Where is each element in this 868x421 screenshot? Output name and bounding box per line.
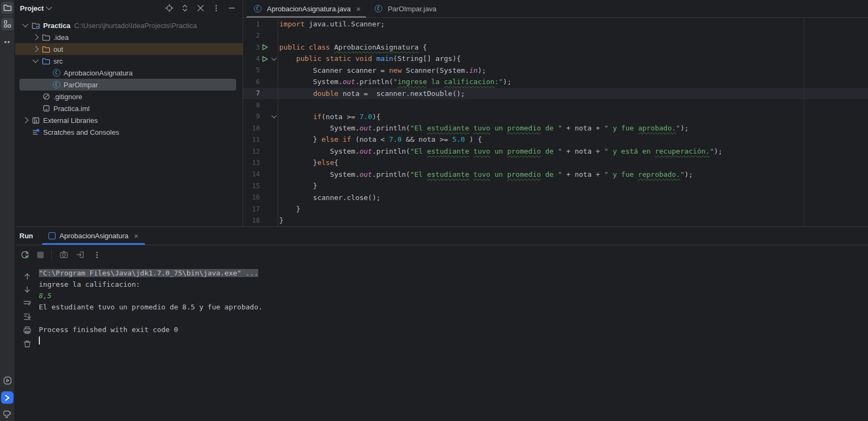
- open-in-editor-icon[interactable]: [76, 250, 85, 259]
- editor[interactable]: CAprobacionAsignatura.java×CParOImpar.ja…: [243, 0, 868, 226]
- code-line-1[interactable]: 1import java.util.Scanner;: [243, 18, 868, 30]
- tree-row-practica-iml[interactable]: Practica.iml: [15, 102, 243, 114]
- console-line: "C:\Program Files\Java\jdk1.7.0_75\bin\j…: [39, 267, 868, 279]
- run-icon-active[interactable]: [1, 391, 13, 404]
- gutter-divider: [278, 18, 278, 226]
- stop-icon[interactable]: [37, 252, 44, 258]
- tab-label: AprobacionAsignatura.java: [267, 5, 350, 13]
- tree-row-aprobacionasignatura[interactable]: CAprobacionAsignatura: [15, 67, 243, 79]
- kebab-icon[interactable]: [93, 251, 101, 259]
- project-folder-icon[interactable]: [1, 2, 13, 14]
- code-line-10[interactable]: 10 System.out.println("El estudiante tuv…: [243, 122, 868, 134]
- arrow-up-icon[interactable]: [23, 272, 32, 281]
- java-class-icon: C: [375, 5, 382, 12]
- top-row: Project Pr: [15, 0, 868, 227]
- tree-row-external-libraries[interactable]: External Libraries: [15, 114, 243, 126]
- code-text: public class AprobacionAsignatura {: [278, 42, 427, 53]
- editor-tab-paroimpar-java[interactable]: CParOImpar.java: [367, 0, 442, 17]
- code-line-4[interactable]: 4 public static void main(String[] args)…: [243, 53, 868, 64]
- code-line-14[interactable]: 14 System.out.println("El estudiante tuv…: [243, 169, 868, 180]
- chevron-right-icon[interactable]: [20, 118, 30, 122]
- expand-collapse-icon[interactable]: [181, 4, 189, 12]
- locate-icon[interactable]: [165, 4, 174, 12]
- folder-icon: [40, 34, 52, 41]
- line-number: 6: [243, 78, 260, 86]
- hide-icon[interactable]: [228, 4, 236, 12]
- rerun-icon[interactable]: [20, 250, 30, 259]
- code-line-17[interactable]: 17 }: [243, 203, 868, 215]
- chevron-right-icon[interactable]: [30, 35, 40, 39]
- code-line-12[interactable]: 12 System.out.println("El estudiante tuv…: [243, 146, 868, 157]
- console-caret-line: [39, 335, 868, 347]
- camera-icon[interactable]: [59, 250, 68, 259]
- services-icon[interactable]: [3, 376, 12, 385]
- soft-wrap-icon[interactable]: [23, 299, 32, 308]
- tree-row-out[interactable]: out: [15, 43, 243, 55]
- code-line-11[interactable]: 11 } else if (nota < 7.0 && nota >= 5.0 …: [243, 134, 868, 145]
- build-hammer-icon[interactable]: [3, 410, 12, 419]
- code-line-9[interactable]: 9 if(nota >= 7.0){: [243, 111, 868, 122]
- tree-row-practica[interactable]: PracticaC:\Users\jhurtado\IdeaProjects\P…: [15, 19, 243, 31]
- ignored-file-icon: [40, 93, 52, 100]
- editor-tab-aprobacionasignatura-java[interactable]: CAprobacionAsignatura.java×: [246, 0, 367, 17]
- project-panel-title[interactable]: Project: [20, 4, 44, 12]
- code-line-6[interactable]: 6 System.out.println("ingrese la calific…: [243, 76, 868, 87]
- code-line-3[interactable]: 3public class AprobacionAsignatura {: [243, 42, 868, 53]
- code-line-5[interactable]: 5 Scanner scanner = new Scanner(System.i…: [243, 65, 868, 76]
- close-tab-icon[interactable]: ×: [356, 4, 361, 13]
- run-line-icon[interactable]: [260, 44, 270, 51]
- code-line-13[interactable]: 13 }else{: [243, 157, 868, 168]
- scratches-icon: [30, 128, 42, 136]
- fold-chevron-icon[interactable]: [270, 116, 278, 118]
- java-class-icon: C: [53, 81, 60, 88]
- tree-row-scratches-and-consoles[interactable]: Scratches and Consoles: [15, 126, 243, 138]
- line-number: 15: [243, 182, 260, 190]
- run-tab[interactable]: AprobacionAsignatura ×: [42, 227, 145, 245]
- code-text: System.out.println("El estudiante tuvo u…: [278, 122, 688, 134]
- tree-row-paroimpar[interactable]: CParOImpar: [15, 79, 243, 91]
- line-number: 9: [243, 113, 260, 120]
- code-line-2[interactable]: 2: [243, 30, 868, 41]
- console-body: "C:\Program Files\Java\jdk1.7.0_75\bin\j…: [15, 265, 868, 421]
- text-caret: [39, 336, 40, 344]
- console-output[interactable]: "C:\Program Files\Java\jdk1.7.0_75\bin\j…: [39, 265, 868, 421]
- line-number: 1: [243, 20, 260, 28]
- fold-chevron-icon[interactable]: [270, 58, 278, 60]
- tree-row-src[interactable]: src: [15, 55, 243, 67]
- code-line-16[interactable]: 16 scanner.close();: [243, 192, 868, 203]
- tree-row--gitignore[interactable]: .gitignore: [15, 91, 243, 102]
- project-header-actions: [165, 4, 236, 12]
- arrow-down-icon[interactable]: [23, 285, 32, 294]
- structure-icon[interactable]: [1, 18, 13, 30]
- code-line-8[interactable]: 8: [243, 99, 868, 111]
- tree-row--idea[interactable]: .idea: [15, 31, 243, 43]
- collapse-all-icon[interactable]: [196, 4, 205, 12]
- code-line-7[interactable]: 7 double nota = scanner.nextDouble();: [243, 88, 868, 99]
- print-icon[interactable]: [23, 326, 32, 335]
- code-text: }: [278, 203, 300, 215]
- kebab-icon[interactable]: [212, 4, 221, 12]
- chevron-down-icon[interactable]: [30, 60, 40, 62]
- scroll-to-end-icon[interactable]: [23, 312, 32, 321]
- java-class-icon: C: [53, 69, 60, 77]
- chevron-right-icon[interactable]: [30, 47, 40, 51]
- chevron-down-icon[interactable]: [20, 24, 30, 26]
- code-line-15[interactable]: 15 }: [243, 180, 868, 191]
- line-number: 2: [243, 32, 260, 39]
- libraries-icon: [30, 116, 42, 125]
- run-line-icon[interactable]: [260, 56, 270, 63]
- chevron-down-icon[interactable]: [46, 4, 52, 10]
- line-number: 18: [243, 217, 260, 224]
- java-class-icon: C: [252, 5, 263, 12]
- main-column: Project Pr: [15, 0, 868, 421]
- clear-icon[interactable]: [23, 339, 32, 348]
- run-panel-title[interactable]: Run: [19, 232, 33, 240]
- project-path: C:\Users\jhurtado\IdeaProjects\Practica: [74, 22, 197, 30]
- close-icon[interactable]: ×: [134, 231, 139, 240]
- tree-item-label: ParOImpar: [64, 81, 98, 89]
- project-panel-header: Project: [15, 0, 243, 16]
- code-line-18[interactable]: 18}: [243, 215, 868, 226]
- more-tool-windows-icon[interactable]: ••: [0, 38, 15, 46]
- ide-window: •• Project: [0, 0, 868, 421]
- code-area[interactable]: 1import java.util.Scanner;23public class…: [243, 18, 868, 226]
